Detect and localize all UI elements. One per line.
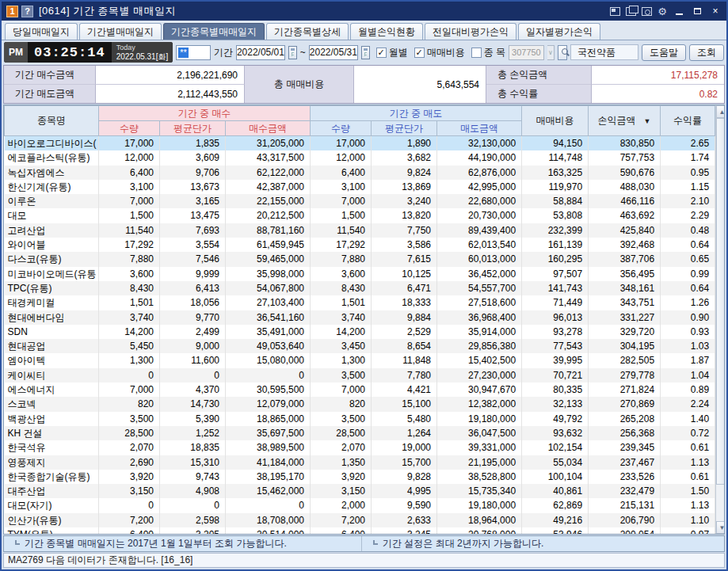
cell-value: 62,869 bbox=[522, 498, 589, 512]
cell-value: 3,500 bbox=[311, 368, 372, 383]
tab-6[interactable]: 전일대비평가손익 bbox=[425, 23, 516, 40]
period-sell-label: 기간 매도금액 bbox=[4, 85, 96, 103]
stock-code-combo[interactable]: 307750 bbox=[509, 45, 544, 60]
cell-value: 15,310 bbox=[160, 455, 226, 470]
table-row[interactable]: 엠아이텍1,30011,60015,080,0001,30011,84815,4… bbox=[5, 353, 715, 367]
scrollbar-track[interactable] bbox=[716, 118, 725, 521]
tab-2[interactable]: 기간별매매일지 bbox=[79, 23, 162, 40]
cell-stock-name: 케이씨티 bbox=[5, 368, 99, 383]
cell-value: 18,333 bbox=[372, 295, 437, 310]
clone-window-icon[interactable] bbox=[626, 7, 636, 16]
table-row[interactable]: 한국석유2,07018,83538,989,5002,07019,00039,3… bbox=[5, 440, 715, 455]
cell-value: 2,598 bbox=[160, 513, 226, 527]
table-row[interactable]: 백광산업3,5005,39018,865,0003,5005,48019,180… bbox=[5, 412, 715, 426]
cell-value: 1.74 bbox=[661, 150, 715, 165]
table-row[interactable]: 영풍제지2,69015,31041,184,0001,35015,70021,1… bbox=[5, 455, 715, 470]
date-to-input[interactable]: 2022/05/31 bbox=[309, 45, 358, 60]
table-row[interactable]: 바이오로그디바이스(17,0001,83531,205,00017,0001,8… bbox=[5, 136, 715, 151]
cell-value: 488,030 bbox=[589, 180, 661, 194]
table-row[interactable]: 스코넥82014,73012,079,00082015,10012,382,00… bbox=[5, 397, 715, 411]
cell-value: 2.10 bbox=[661, 194, 715, 208]
table-row[interactable]: 대모(자기)0002,0009,59019,180,00062,869215,1… bbox=[5, 498, 715, 512]
table-row[interactable]: 인산가(유통)7,2002,59818,708,0007,2002,63318,… bbox=[5, 513, 715, 527]
checkbox-2[interactable]: ✓매매비용 bbox=[414, 46, 465, 59]
search-button[interactable]: 조회 bbox=[689, 44, 724, 61]
cell-value: 4,421 bbox=[372, 383, 437, 397]
table-row[interactable]: 에스에너지7,0004,37030,595,5007,0004,42130,94… bbox=[5, 383, 715, 397]
scroll-down-icon[interactable]: ▼ bbox=[716, 521, 725, 534]
cell-value: 2,633 bbox=[372, 513, 437, 527]
scrollbar-thumb[interactable] bbox=[716, 118, 725, 485]
tab-7[interactable]: 일자별평가손익 bbox=[518, 23, 600, 40]
password-value: ** bbox=[178, 48, 189, 58]
col-header-buy-amt: 매수금액 bbox=[226, 121, 311, 136]
cell-value: 163,325 bbox=[522, 166, 589, 180]
table-row[interactable]: KH 건설28,5001,25235,697,50028,5001,26436,… bbox=[5, 426, 715, 440]
cell-value: 11,540 bbox=[311, 223, 372, 238]
table-row[interactable]: 미코바이오메드(유통3,6009,99935,998,0003,60010,12… bbox=[5, 267, 715, 281]
cell-stock-name: 영풍제지 bbox=[5, 455, 99, 470]
password-input[interactable]: ** bbox=[176, 45, 211, 60]
cell-value: 77,543 bbox=[522, 339, 589, 353]
table-row[interactable]: 이루온7,0003,16522,155,0007,0003,24022,680,… bbox=[5, 194, 715, 208]
table-row[interactable]: TPC(유통)8,4306,41354,067,8008,4306,47154,… bbox=[5, 281, 715, 295]
table-row[interactable]: 태경케미컬1,50118,05627,103,4001,50118,33327,… bbox=[5, 295, 715, 310]
cell-value: 343,751 bbox=[589, 295, 661, 310]
table-row[interactable]: 현대에버다임3,7409,77036,541,1603,7409,88436,9… bbox=[5, 310, 715, 325]
minimize-button[interactable] bbox=[673, 6, 685, 17]
col-header-pl[interactable]: 손익금액▼ bbox=[589, 106, 661, 136]
checkbox-3[interactable]: 종 목 bbox=[471, 46, 505, 59]
checkbox-1[interactable]: ✓월별 bbox=[376, 46, 408, 59]
cell-value: 18,056 bbox=[160, 295, 226, 310]
cell-value: 0.61 bbox=[661, 440, 715, 455]
table-row[interactable]: 대모1,50013,47520,212,5001,50013,82020,730… bbox=[5, 208, 715, 223]
date-from-input[interactable]: 2022/05/01 bbox=[236, 45, 285, 60]
table-row[interactable]: 대주산업3,1504,90815,462,0003,1504,99515,735… bbox=[5, 484, 715, 498]
table-row[interactable]: 와이어블17,2923,55461,459,94517,2923,58662,0… bbox=[5, 238, 715, 252]
checkbox-unchecked-icon[interactable] bbox=[471, 48, 482, 58]
calendar-to-icon[interactable] bbox=[361, 46, 370, 59]
table-row[interactable]: 녹십자엠에스6,4009,70662,122,0006,4009,82462,8… bbox=[5, 166, 715, 180]
total-fee-value: 5,643,554 bbox=[354, 66, 486, 103]
help-button[interactable]: 도움말 bbox=[642, 44, 686, 61]
calendar-from-icon[interactable] bbox=[288, 46, 297, 59]
table-row[interactable]: 고려산업11,5407,69388,781,16011,5407,75089,4… bbox=[5, 223, 715, 238]
cell-value: 0 bbox=[160, 368, 226, 383]
table-row[interactable]: 에코플라스틱(유통)12,0003,60943,317,50012,0003,6… bbox=[5, 150, 715, 165]
cell-value: 42,995,000 bbox=[437, 180, 522, 194]
combo-dropdown-icon[interactable]: ∨ bbox=[547, 45, 555, 60]
close-button[interactable]: × bbox=[709, 6, 722, 17]
cell-stock-name: TYM(유통) bbox=[5, 527, 99, 535]
status-message: MA2769 다음 데이터가 존재합니다. [16_16] bbox=[8, 554, 192, 567]
scroll-up-icon[interactable]: ▲ bbox=[716, 105, 725, 118]
help-icon[interactable]: ? bbox=[21, 6, 33, 17]
capture-icon[interactable] bbox=[642, 7, 652, 16]
cell-value: 7,200 bbox=[311, 513, 372, 527]
stock-search-icon[interactable] bbox=[558, 45, 567, 60]
maximize-button[interactable] bbox=[691, 6, 703, 17]
settings-icon[interactable]: ⚙ bbox=[657, 7, 667, 16]
cell-value: 14,200 bbox=[311, 325, 372, 339]
table-row[interactable]: 현대공업5,4509,00049,053,6403,4508,65429,856… bbox=[5, 339, 715, 353]
cell-value: 71,449 bbox=[522, 295, 589, 310]
table-row[interactable]: 케이씨티0003,5007,78027,230,00070,721279,778… bbox=[5, 368, 715, 383]
tab-4[interactable]: 기간종목별상세 bbox=[266, 23, 349, 40]
checkbox-checked-icon[interactable]: ✓ bbox=[376, 48, 387, 58]
table-row[interactable]: TYM(유통)6,4003,20520,514,0006,4003,24520,… bbox=[5, 527, 715, 535]
table-row[interactable]: 한국종합기술(유통)3,9209,74338,195,1703,9209,828… bbox=[5, 470, 715, 484]
cell-value: 18,708,000 bbox=[226, 513, 311, 527]
cell-value: 32,130,000 bbox=[437, 136, 522, 151]
table-row[interactable]: 다스코(유통)7,8807,54659,465,0007,8807,61560,… bbox=[5, 252, 715, 266]
cell-value: 256,368 bbox=[589, 426, 661, 440]
cell-stock-name: 인산가(유통) bbox=[5, 513, 99, 527]
save-layout-icon[interactable] bbox=[610, 7, 620, 16]
sort-desc-icon: ▼ bbox=[644, 117, 651, 125]
tab-5[interactable]: 월별손익현황 bbox=[350, 23, 423, 40]
tab-1[interactable]: 당일매매일지 bbox=[5, 23, 78, 40]
checkbox-checked-icon[interactable]: ✓ bbox=[414, 48, 425, 58]
tab-3[interactable]: 기간종목별매매일지 bbox=[163, 23, 265, 40]
cell-value: 0.61 bbox=[661, 470, 715, 484]
cell-value: 279,778 bbox=[589, 368, 661, 383]
table-row[interactable]: SDN14,2002,49935,491,00014,2002,52935,91… bbox=[5, 325, 715, 339]
table-row[interactable]: 한신기계(유통)3,10013,67342,387,0003,10013,869… bbox=[5, 180, 715, 194]
